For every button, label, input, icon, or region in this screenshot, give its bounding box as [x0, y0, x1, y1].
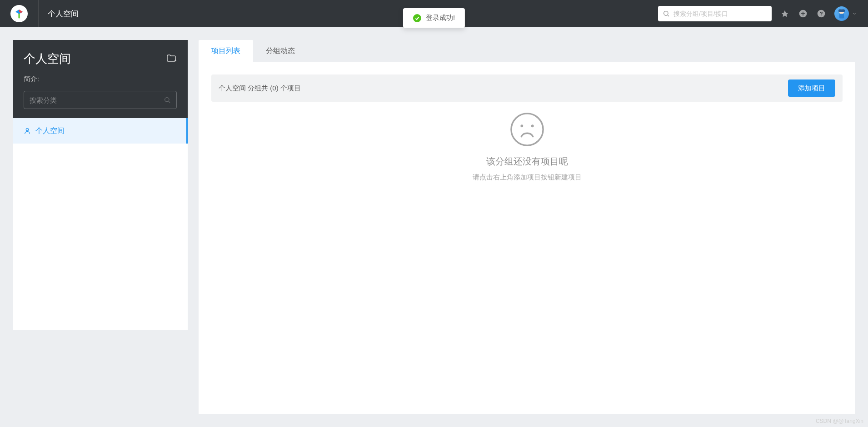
global-search[interactable] [658, 6, 772, 21]
plus-icon[interactable] [798, 9, 808, 19]
page-title: 个人空间 [48, 9, 79, 19]
tab-projects[interactable]: 项目列表 [199, 40, 253, 62]
avatar [834, 6, 849, 21]
body: 个人空间 简介: 个人空间 [0, 27, 868, 427]
sidebar-search[interactable] [24, 91, 177, 109]
check-circle-icon [413, 14, 421, 22]
global-search-input[interactable] [673, 10, 767, 17]
toast-message: 登录成功! [426, 14, 455, 22]
svg-rect-7 [838, 9, 845, 12]
watermark: CSDN @@TangXin [816, 418, 863, 424]
sidebar-search-input[interactable] [30, 96, 164, 104]
main: 项目列表 分组动态 个人空间 分组共 (0) 个项目 添加项目 该分组还没有项目… [199, 40, 855, 414]
toast: 登录成功! [403, 8, 465, 28]
sidebar-title: 个人空间 [24, 51, 71, 67]
svg-line-1 [668, 15, 669, 16]
sidebar-item-label: 个人空间 [35, 126, 65, 136]
info-text: 个人空间 分组共 (0) 个项目 [219, 84, 301, 93]
empty-title: 该分组还没有项目呢 [486, 155, 568, 168]
sad-face-icon [509, 112, 545, 147]
svg-point-14 [520, 124, 523, 127]
user-menu[interactable] [834, 6, 857, 21]
add-folder-icon[interactable] [166, 53, 177, 65]
sidebar-header: 个人空间 简介: [13, 40, 188, 118]
svg-line-11 [169, 101, 170, 103]
svg-rect-6 [839, 14, 844, 19]
svg-text:?: ? [819, 10, 823, 16]
svg-point-10 [165, 98, 169, 102]
sidebar: 个人空间 简介: 个人空间 [13, 40, 188, 330]
tabs: 项目列表 分组动态 [199, 40, 855, 62]
user-icon [24, 127, 31, 134]
svg-point-15 [531, 124, 534, 127]
logo[interactable] [0, 0, 39, 27]
svg-point-13 [511, 114, 543, 145]
tab-activity[interactable]: 分组动态 [253, 40, 308, 62]
sidebar-list: 个人空间 [13, 118, 188, 330]
chevron-down-icon [852, 11, 857, 16]
search-icon [663, 10, 670, 17]
sidebar-intro-label: 简介: [24, 75, 177, 84]
search-icon [164, 96, 171, 104]
add-project-button[interactable]: 添加项目 [788, 79, 835, 97]
help-icon[interactable]: ? [816, 9, 826, 19]
info-bar: 个人空间 分组共 (0) 个项目 添加项目 [211, 74, 843, 102]
header-right: ? [658, 6, 857, 21]
main-panel: 个人空间 分组共 (0) 个项目 添加项目 该分组还没有项目呢 请点击右上角添加… [199, 62, 855, 414]
sidebar-item-personal[interactable]: 个人空间 [13, 118, 188, 144]
svg-point-12 [26, 129, 28, 131]
logo-icon [10, 5, 28, 22]
empty-state: 该分组还没有项目呢 请点击右上角添加项目按钮新建项目 [211, 112, 843, 182]
empty-subtitle: 请点击右上角添加项目按钮新建项目 [473, 173, 582, 182]
star-icon[interactable] [780, 9, 790, 19]
svg-point-0 [664, 11, 668, 15]
